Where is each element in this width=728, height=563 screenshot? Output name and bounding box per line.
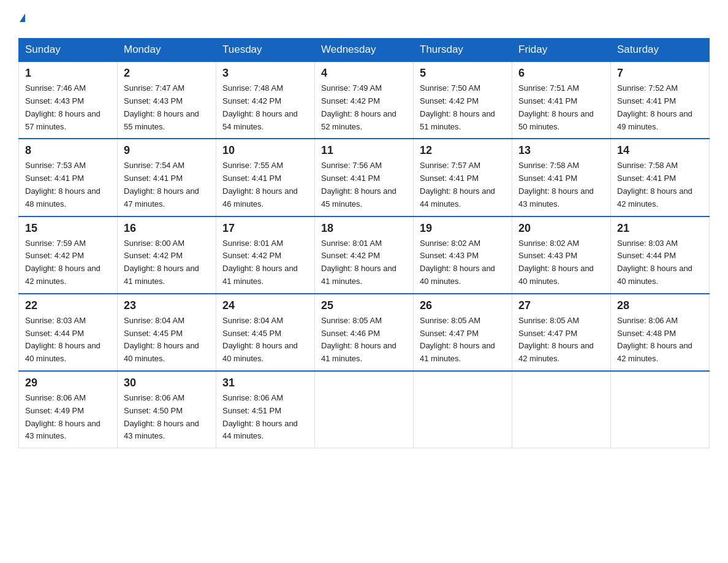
calendar-cell: 16Sunrise: 8:00 AMSunset: 4:42 PMDayligh… [118,216,216,294]
day-number: 7 [617,67,703,80]
calendar-cell: 24Sunrise: 8:04 AMSunset: 4:45 PMDayligh… [216,294,315,371]
day-number: 15 [25,222,111,235]
calendar-cell: 6Sunrise: 7:51 AMSunset: 4:41 PMDaylight… [512,61,611,139]
day-info: Sunrise: 7:54 AMSunset: 4:41 PMDaylight:… [124,159,210,210]
calendar-cell [315,371,414,448]
calendar-cell: 5Sunrise: 7:50 AMSunset: 4:42 PMDaylight… [414,61,512,139]
calendar-cell: 1Sunrise: 7:46 AMSunset: 4:43 PMDaylight… [19,61,118,139]
calendar-cell [512,371,611,448]
day-number: 14 [617,144,703,157]
day-number: 29 [25,377,111,389]
day-number: 18 [321,222,407,235]
day-number: 21 [617,222,703,235]
calendar-cell: 2Sunrise: 7:47 AMSunset: 4:43 PMDaylight… [118,61,216,139]
day-number: 6 [518,67,604,80]
day-number: 13 [518,144,604,157]
day-info: Sunrise: 7:47 AMSunset: 4:43 PMDaylight:… [124,82,210,133]
day-number: 23 [124,299,210,312]
calendar-cell: 13Sunrise: 7:58 AMSunset: 4:41 PMDayligh… [512,139,611,216]
logo [18,12,25,27]
calendar-cell: 18Sunrise: 8:01 AMSunset: 4:42 PMDayligh… [315,216,414,294]
column-header-wednesday: Wednesday [315,39,414,62]
calendar-week-row: 29Sunrise: 8:06 AMSunset: 4:49 PMDayligh… [19,371,710,448]
day-info: Sunrise: 7:48 AMSunset: 4:42 PMDaylight:… [222,82,308,133]
day-number: 24 [222,299,308,312]
day-number: 1 [25,67,111,80]
calendar-cell: 11Sunrise: 7:56 AMSunset: 4:41 PMDayligh… [315,139,414,216]
calendar-cell: 4Sunrise: 7:49 AMSunset: 4:42 PMDaylight… [315,61,414,139]
calendar-cell: 28Sunrise: 8:06 AMSunset: 4:48 PMDayligh… [611,294,710,371]
calendar-cell: 9Sunrise: 7:54 AMSunset: 4:41 PMDaylight… [118,139,216,216]
day-info: Sunrise: 8:02 AMSunset: 4:43 PMDaylight:… [518,237,604,288]
calendar-week-row: 1Sunrise: 7:46 AMSunset: 4:43 PMDaylight… [19,61,710,139]
calendar-cell: 10Sunrise: 7:55 AMSunset: 4:41 PMDayligh… [216,139,315,216]
day-info: Sunrise: 8:03 AMSunset: 4:44 PMDaylight:… [25,315,111,366]
day-info: Sunrise: 8:01 AMSunset: 4:42 PMDaylight:… [321,237,407,288]
calendar-cell [414,371,512,448]
day-number: 16 [124,222,210,235]
calendar-cell: 19Sunrise: 8:02 AMSunset: 4:43 PMDayligh… [414,216,512,294]
day-number: 5 [420,67,506,80]
day-number: 9 [124,144,210,157]
day-info: Sunrise: 8:05 AMSunset: 4:46 PMDaylight:… [321,315,407,366]
day-info: Sunrise: 7:57 AMSunset: 4:41 PMDaylight:… [420,159,506,210]
column-header-friday: Friday [512,39,611,62]
column-header-tuesday: Tuesday [216,39,315,62]
column-header-sunday: Sunday [19,39,118,62]
day-info: Sunrise: 8:06 AMSunset: 4:49 PMDaylight:… [25,392,111,443]
day-number: 8 [25,144,111,157]
calendar-cell: 25Sunrise: 8:05 AMSunset: 4:46 PMDayligh… [315,294,414,371]
calendar-cell: 23Sunrise: 8:04 AMSunset: 4:45 PMDayligh… [118,294,216,371]
day-info: Sunrise: 8:04 AMSunset: 4:45 PMDaylight:… [222,315,308,366]
calendar-cell: 27Sunrise: 8:05 AMSunset: 4:47 PMDayligh… [512,294,611,371]
day-number: 30 [124,377,210,389]
day-info: Sunrise: 7:46 AMSunset: 4:43 PMDaylight:… [25,82,111,133]
day-info: Sunrise: 8:06 AMSunset: 4:50 PMDaylight:… [124,392,210,443]
day-number: 2 [124,67,210,80]
day-number: 17 [222,222,308,235]
day-info: Sunrise: 7:56 AMSunset: 4:41 PMDaylight:… [321,159,407,210]
day-info: Sunrise: 8:06 AMSunset: 4:51 PMDaylight:… [222,392,308,443]
day-number: 28 [617,299,703,312]
day-number: 19 [420,222,506,235]
day-info: Sunrise: 7:52 AMSunset: 4:41 PMDaylight:… [617,82,703,133]
day-number: 31 [222,377,308,389]
day-number: 3 [222,67,308,80]
day-number: 10 [222,144,308,157]
calendar-cell: 29Sunrise: 8:06 AMSunset: 4:49 PMDayligh… [19,371,118,448]
day-info: Sunrise: 8:06 AMSunset: 4:48 PMDaylight:… [617,315,703,366]
calendar-cell: 20Sunrise: 8:02 AMSunset: 4:43 PMDayligh… [512,216,611,294]
day-info: Sunrise: 7:58 AMSunset: 4:41 PMDaylight:… [518,159,604,210]
calendar-cell: 22Sunrise: 8:03 AMSunset: 4:44 PMDayligh… [19,294,118,371]
day-info: Sunrise: 8:03 AMSunset: 4:44 PMDaylight:… [617,237,703,288]
logo-triangle-icon [20,13,25,22]
day-number: 4 [321,67,407,80]
day-info: Sunrise: 8:01 AMSunset: 4:42 PMDaylight:… [222,237,308,288]
calendar-cell: 7Sunrise: 7:52 AMSunset: 4:41 PMDaylight… [611,61,710,139]
calendar-cell: 31Sunrise: 8:06 AMSunset: 4:51 PMDayligh… [216,371,315,448]
calendar-cell: 21Sunrise: 8:03 AMSunset: 4:44 PMDayligh… [611,216,710,294]
calendar-header-row: SundayMondayTuesdayWednesdayThursdayFrid… [19,39,710,62]
calendar-table: SundayMondayTuesdayWednesdayThursdayFrid… [18,38,710,448]
day-number: 11 [321,144,407,157]
day-number: 27 [518,299,604,312]
calendar-cell: 30Sunrise: 8:06 AMSunset: 4:50 PMDayligh… [118,371,216,448]
day-info: Sunrise: 7:50 AMSunset: 4:42 PMDaylight:… [420,82,506,133]
day-number: 26 [420,299,506,312]
page-header [18,12,710,27]
calendar-cell: 8Sunrise: 7:53 AMSunset: 4:41 PMDaylight… [19,139,118,216]
day-info: Sunrise: 8:05 AMSunset: 4:47 PMDaylight:… [518,315,604,366]
column-header-monday: Monday [118,39,216,62]
day-number: 20 [518,222,604,235]
day-info: Sunrise: 7:58 AMSunset: 4:41 PMDaylight:… [617,159,703,210]
calendar-week-row: 15Sunrise: 7:59 AMSunset: 4:42 PMDayligh… [19,216,710,294]
day-info: Sunrise: 7:49 AMSunset: 4:42 PMDaylight:… [321,82,407,133]
day-number: 22 [25,299,111,312]
day-info: Sunrise: 8:04 AMSunset: 4:45 PMDaylight:… [124,315,210,366]
day-info: Sunrise: 8:02 AMSunset: 4:43 PMDaylight:… [420,237,506,288]
calendar-cell: 17Sunrise: 8:01 AMSunset: 4:42 PMDayligh… [216,216,315,294]
day-info: Sunrise: 8:00 AMSunset: 4:42 PMDaylight:… [124,237,210,288]
day-info: Sunrise: 7:55 AMSunset: 4:41 PMDaylight:… [222,159,308,210]
calendar-cell: 14Sunrise: 7:58 AMSunset: 4:41 PMDayligh… [611,139,710,216]
day-info: Sunrise: 7:51 AMSunset: 4:41 PMDaylight:… [518,82,604,133]
